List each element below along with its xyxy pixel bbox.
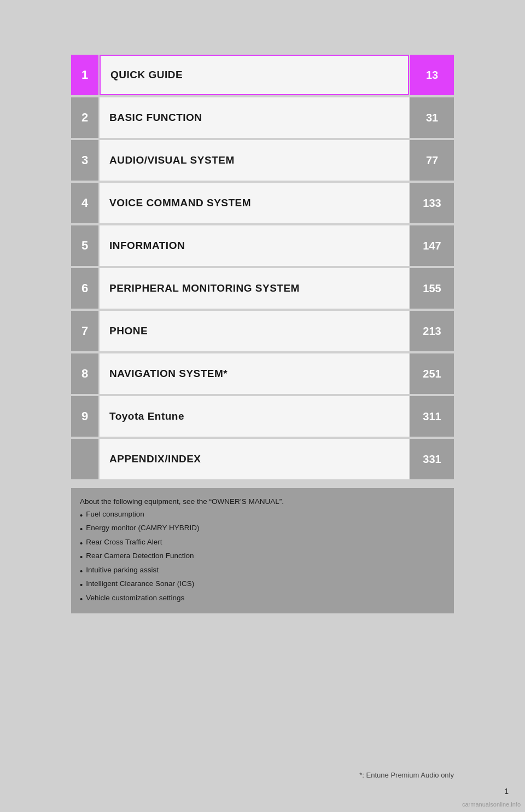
toc-number-8: 8 (71, 353, 98, 394)
toc-main-3: AUDIO/VISUAL SYSTEM (100, 140, 409, 181)
info-item: •Intuitive parking assist (80, 564, 445, 578)
toc-main-5: INFORMATION (100, 225, 409, 266)
toc-number-3: 3 (71, 140, 98, 181)
toc-page-2: 31 (410, 97, 454, 138)
bullet-icon: • (80, 536, 83, 550)
toc-row-7[interactable]: 7PHONE213 (71, 311, 454, 351)
info-intro: About the following equipment, see the “… (80, 496, 445, 508)
toc-title-8: NAVIGATION SYSTEM* (109, 368, 228, 380)
toc-main-10: APPENDIX/INDEX (100, 439, 409, 479)
toc-main-2: BASIC FUNCTION (100, 97, 409, 138)
toc-page-6: 155 (410, 268, 454, 309)
toc-main-8: NAVIGATION SYSTEM* (100, 353, 409, 394)
toc-number-10 (71, 439, 98, 479)
toc-page-9: 311 (410, 396, 454, 437)
toc-wrapper: 1QUICK GUIDE132BASIC FUNCTION313AUDIO/VI… (71, 55, 454, 479)
watermark: carmanualsonline.info (462, 801, 521, 808)
toc-row-10[interactable]: APPENDIX/INDEX331 (71, 439, 454, 479)
info-item-text: Vehicle customization settings (86, 592, 184, 605)
toc-number-6: 6 (71, 268, 98, 309)
toc-row-9[interactable]: 9Toyota Entune311 (71, 396, 454, 437)
info-item-text: Energy monitor (CAMRY HYBRID) (86, 522, 199, 535)
toc-page-4: 133 (410, 183, 454, 223)
toc-page-10: 331 (410, 439, 454, 479)
toc-title-4: VOICE COMMAND SYSTEM (109, 197, 251, 209)
toc-row-4[interactable]: 4VOICE COMMAND SYSTEM133 (71, 183, 454, 223)
footnote: *: Entune Premium Audio only (359, 771, 454, 779)
info-item-text: Fuel consumption (86, 508, 144, 521)
toc-page-5: 147 (410, 225, 454, 266)
page-container: 1QUICK GUIDE132BASIC FUNCTION313AUDIO/VI… (0, 0, 525, 812)
toc-main-6: PERIPHERAL MONITORING SYSTEM (100, 268, 409, 309)
toc-number-9: 9 (71, 396, 98, 437)
toc-title-5: INFORMATION (109, 240, 185, 252)
bullet-icon: • (80, 564, 83, 578)
toc-row-3[interactable]: 3AUDIO/VISUAL SYSTEM77 (71, 140, 454, 181)
info-item: •Rear Cross Traffic Alert (80, 536, 445, 550)
bullet-icon: • (80, 522, 83, 536)
toc-page-1: 13 (410, 55, 454, 95)
toc-number-1: 1 (71, 55, 98, 95)
toc-main-1: QUICK GUIDE (100, 55, 409, 95)
toc-row-8[interactable]: 8NAVIGATION SYSTEM*251 (71, 353, 454, 394)
toc-title-6: PERIPHERAL MONITORING SYSTEM (109, 282, 300, 294)
info-item-text: Intuitive parking assist (86, 564, 159, 577)
bullet-icon: • (80, 592, 83, 606)
toc-title-3: AUDIO/VISUAL SYSTEM (109, 154, 235, 166)
info-item: •Vehicle customization settings (80, 592, 445, 606)
toc-page-3: 77 (410, 140, 454, 181)
toc-page-8: 251 (410, 353, 454, 394)
toc-number-2: 2 (71, 97, 98, 138)
bullet-icon: • (80, 550, 83, 564)
info-item-text: Intelligent Clearance Sonar (ICS) (86, 578, 194, 590)
toc-title-1: QUICK GUIDE (110, 69, 183, 81)
toc-main-7: PHONE (100, 311, 409, 351)
toc-row-2[interactable]: 2BASIC FUNCTION31 (71, 97, 454, 138)
info-item: •Energy monitor (CAMRY HYBRID) (80, 522, 445, 536)
toc-number-5: 5 (71, 225, 98, 266)
toc-row-1[interactable]: 1QUICK GUIDE13 (71, 55, 454, 95)
toc-main-4: VOICE COMMAND SYSTEM (100, 183, 409, 223)
toc-row-5[interactable]: 5INFORMATION147 (71, 225, 454, 266)
info-item: •Fuel consumption (80, 508, 445, 523)
info-item-text: Rear Camera Detection Function (86, 550, 194, 562)
info-item: •Rear Camera Detection Function (80, 550, 445, 564)
bullet-icon: • (80, 508, 83, 523)
toc-title-10: APPENDIX/INDEX (109, 453, 201, 465)
toc-number-4: 4 (71, 183, 98, 223)
info-box: About the following equipment, see the “… (71, 488, 454, 613)
toc-row-6[interactable]: 6PERIPHERAL MONITORING SYSTEM155 (71, 268, 454, 309)
toc-title-9: Toyota Entune (109, 410, 184, 422)
toc-number-7: 7 (71, 311, 98, 351)
bullet-icon: • (80, 578, 83, 592)
toc-title-2: BASIC FUNCTION (109, 112, 202, 124)
page-number: 1 (504, 787, 509, 796)
info-item-text: Rear Cross Traffic Alert (86, 536, 162, 549)
info-item: •Intelligent Clearance Sonar (ICS) (80, 578, 445, 592)
toc-title-7: PHONE (109, 325, 148, 337)
toc-main-9: Toyota Entune (100, 396, 409, 437)
toc-page-7: 213 (410, 311, 454, 351)
